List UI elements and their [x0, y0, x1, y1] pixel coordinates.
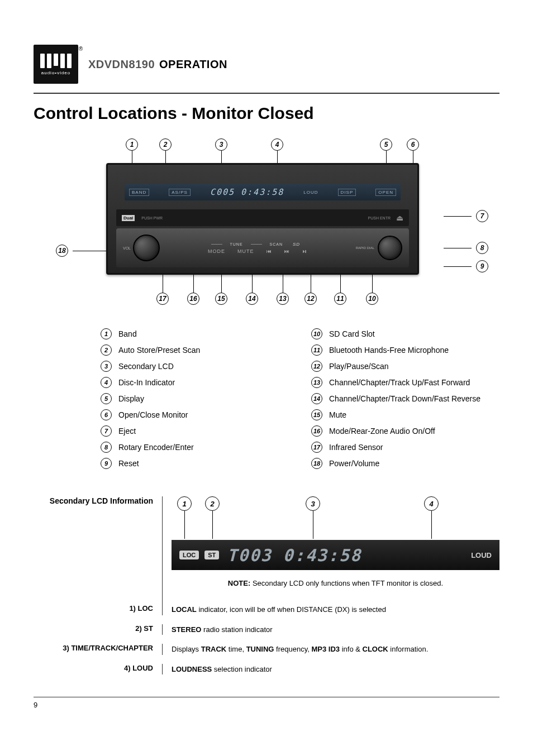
- definition-text: STEREO radio station indicator: [162, 624, 499, 635]
- push-pwr-label: PUSH PWR: [141, 216, 163, 220]
- legend-item: 9Reset: [101, 458, 289, 469]
- legend-item-text: Open/Close Monitor: [118, 410, 188, 419]
- legend-item: 2Auto Store/Preset Scan: [101, 344, 289, 356]
- secondary-readout: T003 0:43:58: [227, 546, 361, 565]
- loc-indicator: LOC: [179, 551, 199, 559]
- definition-text: LOCAL indicator, icon will be off when D…: [162, 604, 499, 615]
- callout-18: 18: [56, 245, 68, 257]
- asps-button[interactable]: AS/PS: [169, 189, 191, 196]
- callout-2: 2: [159, 138, 172, 151]
- legend-item-number: 1: [101, 328, 112, 339]
- loud-indicator-2: LOUD: [471, 551, 492, 559]
- dual-logo: ® audio•video: [34, 45, 78, 84]
- callout-4: 4: [271, 138, 283, 151]
- callout-10: 10: [366, 293, 378, 305]
- center-buttons: TUNE SCAN SD MODE MUTE ⏮ ⏭ ⏯: [160, 242, 356, 254]
- prev-button[interactable]: ⏮: [266, 248, 272, 254]
- legend-item: 3Secondary LCD: [101, 361, 289, 372]
- side-callout-8: 8: [444, 242, 488, 254]
- top-lcd-strip: BAND AS/PS C005 0:43:58 LOUD DISP OPEN: [125, 184, 401, 200]
- secondary-callout-row: 1 2 3 4: [167, 496, 499, 518]
- callout-7: 7: [476, 210, 488, 222]
- legend-item-number: 14: [311, 393, 322, 404]
- legend-item-number: 12: [311, 361, 322, 372]
- bottom-control-panel: VOL TUNE SCAN SD MODE MUTE ⏮ ⏭ ⏯ RA: [116, 228, 409, 267]
- secondary-lcd: LOC ST T003 0:43:58 LOUD: [172, 540, 499, 570]
- legend-col-right: 10SD Card Slot11Bluetooth Hands-Free Mic…: [311, 328, 499, 474]
- top-callout-row: 1 2 3 4 5 6: [73, 138, 477, 161]
- legend-item-number: 4: [101, 377, 112, 388]
- disc-slot-strip: Dual PUSH PWR PUSH ENTR ⏏: [116, 209, 409, 226]
- next-button[interactable]: ⏭: [284, 248, 290, 254]
- loud-indicator: LOUD: [303, 190, 318, 195]
- callout-13: 13: [277, 293, 289, 305]
- callout-11: 11: [334, 293, 346, 305]
- head-unit: BAND AS/PS C005 0:43:58 LOUD DISP OPEN D…: [106, 163, 419, 275]
- open-button[interactable]: OPEN: [375, 189, 396, 196]
- mode-button[interactable]: MODE: [208, 248, 225, 254]
- eject-area: PUSH ENTR ⏏: [368, 213, 403, 222]
- legend-item-number: 15: [311, 409, 322, 420]
- callout-8: 8: [476, 242, 488, 254]
- disp-button[interactable]: DISP: [338, 189, 356, 196]
- legend-item-text: Rotary Encoder/Enter: [118, 443, 194, 452]
- sec-callout-1: 1: [177, 496, 192, 511]
- legend-item-text: Play/Pause/Scan: [329, 362, 389, 371]
- note-label: NOTE:: [228, 579, 250, 587]
- callout-3: 3: [215, 138, 227, 151]
- legend-item: 15Mute: [311, 409, 499, 420]
- legend-item-number: 18: [311, 458, 322, 469]
- tune-label: TUNE: [230, 242, 243, 246]
- callout-9: 9: [476, 260, 488, 272]
- definition-row: 1) LOCLOCAL indicator, icon will be off …: [34, 604, 499, 615]
- legend-item-text: Secondary LCD: [118, 362, 174, 371]
- sec-callout-3: 3: [306, 496, 320, 511]
- side-callout-7: 7: [444, 210, 488, 222]
- legend-item-text: Channel/Chapter/Track Up/Fast Forward: [329, 378, 470, 387]
- rotary-encoder-knob[interactable]: [378, 236, 402, 260]
- page-header: ® audio•video XDVDN8190 OPERATION: [34, 45, 499, 84]
- secondary-definitions: 1) LOCLOCAL indicator, icon will be off …: [34, 604, 499, 674]
- legend-item: 14Channel/Chapter/Track Down/Fast Revers…: [311, 393, 499, 404]
- band-button[interactable]: BAND: [129, 189, 149, 196]
- legend-item-text: Infrared Sensor: [329, 443, 383, 452]
- callout-15: 15: [215, 293, 227, 305]
- page-title: Control Locations - Monitor Closed: [34, 104, 499, 123]
- definition-row: 2) STSTEREO radio station indicator: [34, 624, 499, 635]
- legend-item: 17Infrared Sensor: [311, 442, 499, 453]
- callout-12: 12: [304, 293, 317, 305]
- legend-item-text: Band: [118, 329, 137, 338]
- side-callout-9: 9: [444, 260, 488, 272]
- header-title: XDVDN8190 OPERATION: [88, 58, 227, 71]
- sec-callout-4: 4: [424, 496, 439, 511]
- secondary-lcd-section: Secondary LCD Information 1 2 3 4 LOC ST…: [34, 496, 499, 604]
- legend-item: 16Mode/Rear-Zone Audio On/Off: [311, 425, 499, 437]
- mute-button[interactable]: MUTE: [237, 248, 254, 254]
- definition-text: Displays TRACK time, TUNING frequency, M…: [162, 644, 499, 655]
- model-number: XDVDN8190: [88, 58, 155, 71]
- callout-14: 14: [246, 293, 258, 305]
- definition-text: LOUDNESS selection indicator: [162, 664, 499, 675]
- eject-icon[interactable]: ⏏: [396, 213, 403, 222]
- logo-subtext: audio•video: [41, 70, 71, 75]
- legend-item-text: Eject: [118, 427, 136, 436]
- lcd-readout: C005 0:43:58: [210, 187, 284, 197]
- legend-item-number: 8: [101, 442, 112, 453]
- legend-item: 13Channel/Chapter/Track Up/Fast Forward: [311, 377, 499, 388]
- logo-bars-icon: [40, 54, 72, 68]
- registered-mark: ®: [79, 46, 83, 52]
- volume-knob[interactable]: [133, 235, 160, 261]
- definition-label: 1) LOC: [34, 604, 162, 615]
- legend-item: 5Display: [101, 393, 289, 404]
- legend-item-text: Power/Volume: [329, 459, 379, 468]
- legend-item-number: 3: [101, 361, 112, 372]
- definition-row: 4) LOUDLOUDNESS selection indicator: [34, 664, 499, 675]
- sec-callout-2: 2: [205, 496, 220, 511]
- play-button[interactable]: ⏯: [302, 248, 308, 254]
- legend-item-number: 11: [311, 344, 322, 356]
- device-diagram: 1 2 3 4 5 6 18 BAND AS/PS C005 0:43:58 L…: [73, 138, 477, 306]
- legend-item: 10SD Card Slot: [311, 328, 499, 339]
- st-indicator: ST: [204, 551, 219, 559]
- legend-item-text: Auto Store/Preset Scan: [118, 346, 200, 355]
- legend-item-text: Disc-In Indicator: [118, 378, 175, 387]
